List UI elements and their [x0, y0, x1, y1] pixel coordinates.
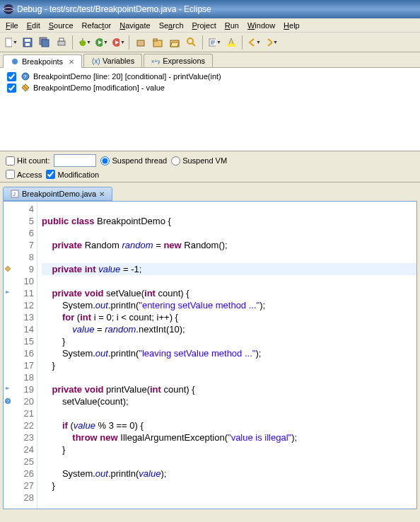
breakpoint-checkbox[interactable]: [7, 83, 16, 93]
print-button[interactable]: [54, 35, 69, 50]
menu-navigate[interactable]: Navigate: [115, 20, 154, 31]
run-button[interactable]: ▼: [93, 35, 109, 50]
breakpoint-checkbox[interactable]: [7, 72, 16, 81]
suspend-thread-option[interactable]: Suspend thread: [100, 156, 167, 166]
svg-point-0: [4, 4, 13, 14]
forward-button[interactable]: ▼: [263, 35, 279, 50]
marker-column: ?: [4, 202, 12, 509]
suspend-vm-option[interactable]: Suspend VM: [171, 156, 227, 166]
svg-text:(x)=: (x)=: [92, 57, 100, 65]
views-tabs: Breakpoints ✕ (x)= Variables x+y Express…: [0, 52, 420, 68]
open-type-button[interactable]: [150, 35, 165, 50]
menu-refactor[interactable]: Refactor: [78, 20, 116, 31]
new-button[interactable]: ▼: [3, 35, 18, 50]
titlebar: Debug - test/src/test/BreakpointDemo.jav…: [0, 0, 420, 18]
modification-option[interactable]: Modification: [46, 170, 99, 179]
breakpoint-item[interactable]: ? BreakpointDemo [line: 20] [conditional…: [3, 71, 417, 82]
svg-text:?: ?: [6, 399, 9, 404]
svg-rect-16: [137, 40, 144, 46]
nav-button[interactable]: ▼: [206, 35, 222, 50]
svg-line-21: [192, 43, 195, 46]
save-button[interactable]: [20, 35, 35, 50]
open-folder-button[interactable]: [167, 35, 182, 50]
line-numbers: 4567891011121314151617181920212223242526…: [12, 202, 37, 509]
watchpoint-marker-icon: [4, 265, 11, 272]
toolbar: ▼ ▼ ▼ ▼ ▼ ▼ ▼: [0, 33, 420, 52]
java-file-icon: J: [11, 190, 19, 198]
menu-window[interactable]: Window: [243, 20, 279, 31]
close-icon[interactable]: ✕: [99, 190, 105, 198]
breakpoint-options: Hit count: Suspend thread Suspend VM Acc…: [0, 151, 420, 182]
svg-point-24: [12, 59, 18, 64]
hitcount-option[interactable]: Hit count:: [6, 156, 49, 166]
editor-tab[interactable]: J BreakpointDemo.java ✕: [3, 187, 112, 201]
svg-rect-9: [59, 38, 64, 41]
editor-tabs: J BreakpointDemo.java ✕: [3, 185, 417, 201]
menu-source[interactable]: Source: [45, 20, 78, 31]
editor-area: J BreakpointDemo.java ✕ ? 45678910111213…: [0, 182, 420, 512]
svg-point-10: [80, 40, 86, 46]
window-title: Debug - test/src/test/BreakpointDemo.jav…: [17, 4, 417, 14]
access-option[interactable]: Access: [6, 170, 42, 179]
code-content[interactable]: public class BreakpointDemo { private Ra…: [37, 202, 416, 509]
svg-text:x+y: x+y: [151, 58, 160, 64]
menu-project[interactable]: Project: [188, 20, 221, 31]
search-button[interactable]: [184, 35, 199, 50]
ext-tools-button[interactable]: ▼: [110, 35, 126, 50]
svg-point-20: [187, 38, 193, 44]
method-marker-icon: [4, 385, 11, 392]
svg-rect-7: [42, 40, 49, 47]
debug-button[interactable]: ▼: [76, 35, 92, 50]
svg-text:J: J: [13, 191, 16, 197]
breakpoint-label: BreakpointDemo [line: 20] [conditional] …: [33, 72, 221, 81]
breakpoints-panel: ? BreakpointDemo [line: 20] [conditional…: [0, 68, 420, 151]
svg-rect-18: [153, 39, 157, 41]
tab-breakpoints-label: Breakpoints: [22, 57, 63, 66]
hitcount-input[interactable]: [54, 154, 96, 167]
svg-rect-4: [25, 39, 30, 42]
menubar: File Edit Source Refactor Navigate Searc…: [0, 18, 420, 33]
new-package-button[interactable]: [133, 35, 148, 50]
svg-rect-8: [58, 41, 65, 45]
watchpoint-icon: [21, 83, 30, 93]
tab-expressions[interactable]: x+y Expressions: [144, 54, 213, 67]
expressions-icon: x+y: [151, 57, 160, 65]
line-breakpoint-icon: ?: [21, 71, 30, 81]
menu-file[interactable]: File: [1, 20, 23, 31]
eclipse-icon: [3, 4, 14, 15]
tab-expressions-label: Expressions: [163, 57, 205, 65]
tab-breakpoints[interactable]: Breakpoints ✕: [3, 54, 82, 68]
tab-variables[interactable]: (x)= Variables: [83, 54, 142, 67]
back-button[interactable]: ▼: [246, 35, 262, 50]
svg-rect-5: [25, 43, 30, 46]
menu-help[interactable]: Help: [279, 20, 304, 31]
svg-rect-23: [227, 44, 235, 47]
close-icon[interactable]: ✕: [69, 58, 74, 66]
breakpoint-item[interactable]: BreakpointDemo [modification] - value: [3, 82, 417, 93]
editor-tab-label: BreakpointDemo.java: [22, 190, 96, 198]
variables-icon: (x)=: [91, 57, 100, 65]
breakpoint-label: BreakpointDemo [modification] - value: [33, 83, 165, 92]
conditional-breakpoint-icon: ?: [4, 398, 11, 405]
menu-search[interactable]: Search: [155, 20, 188, 31]
tab-variables-label: Variables: [103, 57, 134, 65]
highlight-button[interactable]: [223, 35, 239, 50]
menu-edit[interactable]: Edit: [23, 20, 45, 31]
menu-run[interactable]: Run: [221, 20, 243, 31]
breakpoints-icon: [11, 57, 19, 66]
method-marker-icon: [4, 289, 11, 296]
code-editor[interactable]: ? 45678910111213141516171819202122232425…: [3, 201, 417, 509]
save-all-button[interactable]: [37, 35, 52, 50]
svg-text:?: ?: [23, 74, 27, 80]
